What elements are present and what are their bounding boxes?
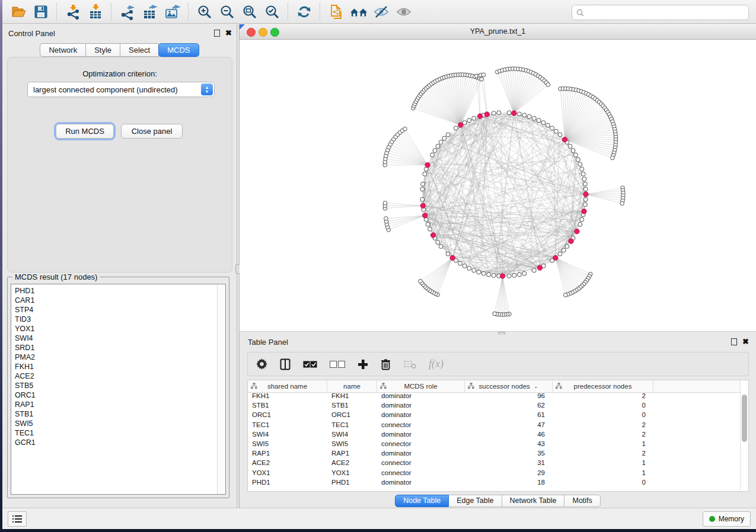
memory-button[interactable]: Memory: [703, 511, 751, 527]
select-all-checkboxes-icon[interactable]: [303, 357, 317, 371]
search-input[interactable]: [587, 8, 748, 17]
first-neighbors-icon[interactable]: [350, 3, 368, 21]
run-mcds-button[interactable]: Run MCDS: [56, 124, 114, 139]
column-header-shared-name[interactable]: shared name: [248, 380, 327, 392]
close-panel-button[interactable]: Close panel: [121, 124, 183, 139]
tab-network[interactable]: Network: [40, 43, 86, 57]
mcds-result-item[interactable]: STB1: [11, 409, 217, 419]
scrollbar-thumb[interactable]: [742, 395, 747, 442]
table-row[interactable]: STB1STB1dominator620: [248, 402, 741, 411]
table-row[interactable]: YOX1YOX1connector291: [248, 469, 741, 479]
mcds-result-item[interactable]: SWI4: [11, 334, 217, 343]
duplicate-network-icon[interactable]: [327, 3, 345, 21]
export-network-icon[interactable]: [119, 3, 136, 21]
tab-network-table[interactable]: Network Table: [502, 495, 565, 507]
cell-successor-nodes: 35: [465, 450, 553, 459]
mcds-list-scrollbar[interactable]: [217, 284, 225, 494]
table-row[interactable]: RAP1RAP1dominator352: [248, 450, 741, 459]
deselect-all-checkboxes-icon[interactable]: [330, 357, 345, 371]
mcds-result-list[interactable]: PHD1CAR1STP4TID3YOX1SWI4SRD1PMA2FKH1ACE2…: [11, 284, 226, 495]
cell-shared-name: STB1: [248, 402, 327, 411]
cell-MCDS-role: connector: [377, 421, 465, 431]
network-canvas[interactable]: [240, 40, 756, 331]
close-panel-icon[interactable]: ✖: [225, 30, 232, 36]
table-row[interactable]: SWI4SWI4dominator462: [248, 431, 741, 440]
show-columns-icon[interactable]: [280, 357, 291, 371]
toolbar-separator: [320, 4, 321, 20]
tab-select[interactable]: Select: [120, 43, 159, 57]
zoom-out-icon[interactable]: [218, 3, 236, 21]
mcds-result-item[interactable]: TID3: [11, 315, 217, 324]
network-graph: [240, 40, 756, 331]
cell-name: SWI5: [327, 440, 377, 450]
zoom-fit-icon[interactable]: [241, 3, 259, 21]
import-table-icon[interactable]: [87, 3, 104, 21]
add-column-icon[interactable]: [358, 357, 368, 371]
settings-gear-icon[interactable]: [256, 357, 267, 371]
float-panel-icon[interactable]: [214, 30, 220, 37]
select-stepper-icon: ▲▼: [201, 84, 213, 95]
task-history-button[interactable]: [8, 511, 27, 527]
mcds-result-item[interactable]: SRD1: [11, 343, 217, 352]
import-network-icon[interactable]: [64, 3, 82, 21]
cell-MCDS-role: connector: [377, 440, 465, 450]
toolbar-separator: [56, 4, 58, 20]
column-header-name[interactable]: name: [327, 380, 377, 392]
delete-column-icon[interactable]: [381, 357, 391, 371]
mcds-result-item[interactable]: PHD1: [11, 286, 217, 296]
network-window-titlebar[interactable]: YPA_prune.txt_1: [240, 24, 756, 40]
table-row[interactable]: PHD1PHD1dominator180: [248, 479, 741, 488]
optimization-criterion-select[interactable]: largest connected component (undirected)…: [27, 82, 215, 97]
hide-selected-icon[interactable]: [372, 3, 390, 21]
close-panel-icon[interactable]: ✖: [742, 339, 749, 345]
mcds-result-item[interactable]: STP4: [11, 305, 217, 315]
tab-style[interactable]: Style: [86, 43, 120, 57]
zoom-selected-icon[interactable]: [263, 3, 281, 21]
mcds-result-item[interactable]: PMA2: [11, 352, 217, 362]
table-row[interactable]: TEC1TEC1connector472: [248, 421, 741, 431]
column-header-MCDS-role[interactable]: MCDS role: [377, 380, 465, 392]
table-rows: FKH1FKH1dominator962STB1STB1dominator620…: [248, 392, 741, 491]
mcds-result-item[interactable]: YOX1: [11, 324, 217, 334]
column-header-predecessor-nodes[interactable]: predecessor nodes: [553, 380, 653, 392]
search-icon: [576, 9, 584, 17]
export-table-icon[interactable]: [141, 3, 159, 21]
app-window: Control Panel ✖ NetworkStyleSelectMCDS O…: [2, 0, 756, 529]
cell-predecessor-nodes: 0: [553, 411, 653, 421]
save-session-icon[interactable]: [32, 3, 50, 21]
optimization-criterion-label: Optimization criterion:: [8, 69, 232, 78]
table-row[interactable]: ACE2ACE2connector311: [248, 459, 741, 469]
cell-name: YOX1: [327, 469, 377, 479]
tab-mcds[interactable]: MCDS: [158, 43, 199, 57]
table-row[interactable]: FKH1FKH1dominator962: [248, 392, 741, 402]
table-header-row: shared namenameMCDS rolesuccessor nodes⌄…: [248, 380, 741, 393]
refresh-icon[interactable]: [295, 3, 313, 21]
show-all-icon[interactable]: [395, 3, 413, 21]
mcds-result-item[interactable]: SWI5: [11, 419, 217, 428]
table-row[interactable]: SWI5SWI5connector431: [248, 440, 741, 450]
mcds-result-item[interactable]: TEC1: [11, 428, 217, 438]
mcds-result-item[interactable]: CAR1: [11, 296, 217, 305]
zoom-in-icon[interactable]: [196, 3, 213, 21]
column-header-successor-nodes[interactable]: successor nodes⌄: [465, 380, 553, 392]
mcds-result-item[interactable]: FKH1: [11, 362, 217, 371]
cell-shared-name: SWI5: [248, 440, 327, 450]
open-file-icon[interactable]: [9, 3, 27, 21]
mcds-result-item[interactable]: GCR1: [11, 438, 217, 447]
table-row[interactable]: ORC1ORC1dominator610: [248, 411, 741, 421]
function-builder-icon[interactable]: f(x): [429, 357, 444, 371]
tab-node-table[interactable]: Node Table: [395, 495, 449, 507]
tab-motifs[interactable]: Motifs: [564, 495, 600, 507]
tab-edge-table[interactable]: Edge Table: [449, 495, 502, 507]
export-image-icon[interactable]: [164, 3, 181, 21]
cell-MCDS-role: dominator: [377, 450, 465, 459]
table-scrollbar[interactable]: [740, 380, 748, 491]
mcds-result-item[interactable]: ORC1: [11, 390, 217, 400]
memory-status-icon: [709, 516, 715, 522]
mcds-result-item[interactable]: STB5: [11, 381, 217, 390]
mcds-result-item[interactable]: RAP1: [11, 400, 217, 409]
float-panel-icon[interactable]: [731, 338, 737, 345]
cell-predecessor-nodes: 0: [553, 479, 653, 488]
delete-table-icon[interactable]: [403, 357, 416, 371]
mcds-result-item[interactable]: ACE2: [11, 371, 217, 381]
